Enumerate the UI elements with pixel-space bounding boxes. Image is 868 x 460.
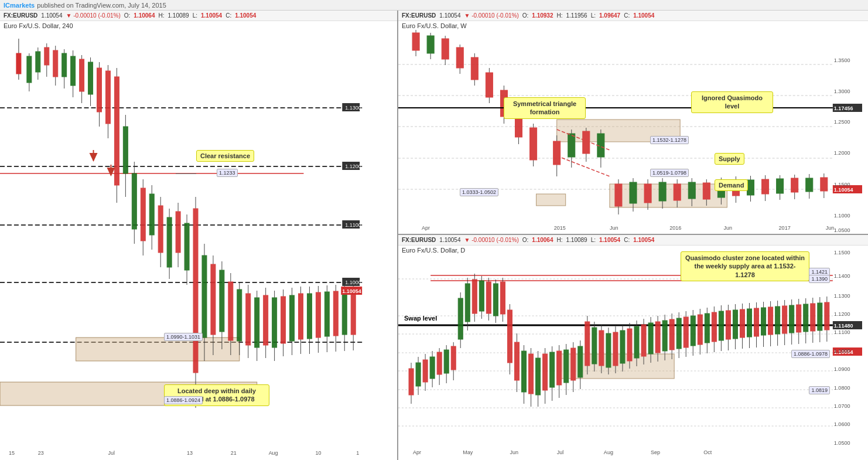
left-pair: FX:EURUSD [4,12,37,19]
price-0924-label: 1.0886-1.0924 [164,396,203,404]
svg-rect-171 [806,178,813,192]
right-top-pair: FX:EURUSD [402,12,436,19]
svg-rect-67 [272,298,277,347]
svg-rect-167 [777,179,784,193]
svg-text:2017: 2017 [779,225,791,231]
svg-text:1.1300: 1.1300 [834,293,850,299]
svg-rect-7 [76,338,240,361]
right-top-change: ▼ -0.00010 (-0.01%) [464,12,519,19]
clear-resistance-line [176,173,196,174]
right-top-low-label: L: [591,12,596,19]
svg-rect-209 [409,369,414,395]
svg-rect-140 [536,194,566,206]
svg-rect-169 [791,178,798,192]
left-close-label: C: [225,12,231,19]
svg-rect-161 [732,180,739,196]
svg-rect-128 [515,111,522,137]
charts-container: FX:EURUSD 1.10054 ▼ -0.00010 (-0.01%) O:… [0,11,868,460]
svg-rect-316 [782,306,787,333]
svg-rect-79 [324,292,329,336]
svg-rect-288 [684,317,688,347]
svg-rect-225 [465,284,470,322]
left-close: 1.10054 [235,12,256,19]
left-change: ▼ -0.00010 (-0.01%) [66,12,121,19]
svg-rect-282 [662,321,667,351]
svg-rect-15 [45,47,49,65]
svg-rect-258 [578,346,583,377]
left-chart-header: FX:EURUSD 1.10054 ▼ -0.00010 (-0.01%) O:… [0,11,397,21]
svg-rect-27 [80,59,84,91]
svg-rect-9 [16,53,21,74]
svg-rect-211 [416,363,421,386]
svg-text:1.1400: 1.1400 [834,273,850,279]
svg-rect-53 [211,264,216,335]
svg-rect-241 [522,351,527,392]
svg-rect-122 [471,57,478,80]
svg-rect-227 [472,280,477,314]
svg-text:2015: 2015 [554,225,566,231]
svg-rect-41 [158,206,163,253]
svg-rect-157 [703,183,710,199]
left-chart-body: Euro Fx/U.S. Dollar, 240 [0,21,397,460]
svg-rect-137 [583,131,590,154]
svg-text:1.1200: 1.1200 [834,311,850,317]
svg-text:2016: 2016 [669,225,681,231]
svg-rect-248 [543,354,548,390]
svg-rect-65 [264,295,268,345]
svg-text:1.2000: 1.2000 [834,150,850,156]
svg-rect-149 [644,184,651,203]
svg-rect-274 [634,326,639,358]
svg-rect-155 [688,182,695,199]
svg-text:1.1000: 1.1000 [834,213,850,219]
svg-text:Apr: Apr [413,449,421,455]
right-top-chart-body: Euro Fx/U.S. Dollar, W [398,21,868,235]
svg-text:1.11480: 1.11480 [834,323,853,329]
left-low-label: L: [193,12,197,19]
right-top-price: 1.10054 [439,12,460,19]
svg-text:15: 15 [9,450,15,456]
price-0819-label: 1.0819 [809,386,830,394]
svg-rect-133 [553,141,561,165]
svg-text:1.0500: 1.0500 [834,440,850,446]
svg-rect-231 [486,282,491,314]
svg-text:1: 1 [356,450,359,456]
right-top-close-label: C: [624,12,630,19]
svg-rect-71 [290,295,295,341]
svg-text:1.1300: 1.1300 [345,105,361,111]
svg-text:1.1500: 1.1500 [834,250,850,255]
right-bottom-close: 1.10054 [633,237,654,243]
svg-rect-286 [676,318,681,349]
left-price: 1.10054 [41,12,62,19]
right-bottom-low: 1.10054 [599,237,620,243]
svg-rect-276 [641,325,646,356]
svg-text:Aug: Aug [604,449,613,455]
chart-right-bottom: FX:EURUSD 1.10054 ▼ -0.00010 (-0.01%) O:… [398,235,868,460]
demand-zone-label: 1.0519-1.0798 [650,169,689,177]
svg-rect-33 [105,71,110,124]
svg-rect-51 [202,255,207,338]
svg-text:1.0700: 1.0700 [834,403,850,409]
svg-text:1.1500: 1.1500 [834,182,850,188]
swap-level-label: Swap level [404,315,437,322]
svg-rect-235 [500,282,505,314]
svg-text:Jul: Jul [108,450,114,456]
left-open-label: O: [124,12,131,19]
svg-rect-147 [630,182,637,203]
svg-text:Jun: Jun [723,225,732,231]
svg-rect-25 [71,56,76,86]
svg-rect-39 [149,194,154,235]
svg-rect-304 [740,309,744,338]
right-bottom-close-label: C: [624,237,630,243]
svg-rect-290 [691,316,695,346]
svg-rect-63 [255,298,259,347]
svg-text:1.1100: 1.1100 [834,329,850,335]
svg-text:Jun: Jun [826,225,835,231]
svg-rect-233 [493,284,498,316]
svg-rect-278 [648,323,653,354]
svg-rect-126 [500,90,507,117]
svg-rect-219 [444,350,449,373]
svg-rect-312 [768,307,773,335]
svg-rect-300 [726,311,730,339]
left-high: 1.10089 [168,12,189,19]
right-top-close: 1.10054 [633,12,654,19]
